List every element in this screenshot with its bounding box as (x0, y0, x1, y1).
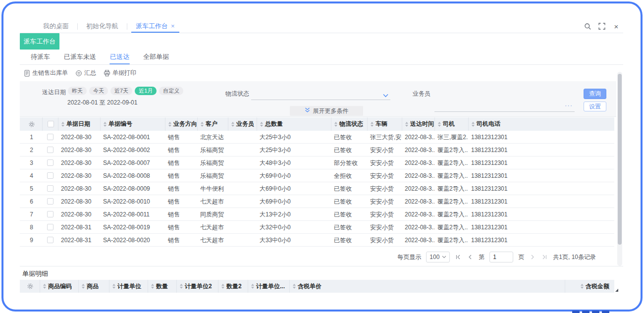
row-checkbox[interactable] (47, 224, 54, 230)
workbench-button[interactable]: 派车工作台 (20, 33, 59, 50)
last-page-button[interactable] (541, 254, 548, 261)
next-page-button[interactable] (529, 254, 536, 261)
header-cell[interactable]: 司机电话 (468, 117, 614, 131)
gear-icon[interactable] (20, 117, 42, 131)
header-cell[interactable]: 送达时间 (402, 117, 434, 131)
vertical-scrollbar[interactable] (617, 72, 622, 266)
per-page-select[interactable]: 100 (426, 252, 450, 262)
row-checkbox[interactable] (47, 237, 54, 243)
page-input[interactable] (489, 252, 513, 262)
window-tab-init-nav[interactable]: 初始化导航 (78, 20, 127, 33)
detail-header-cell[interactable]: 计量单位2 (176, 280, 218, 293)
detail-header-cell[interactable]: 数量 (148, 280, 176, 293)
sort-icon[interactable] (221, 284, 224, 289)
row-checkbox[interactable] (47, 134, 54, 140)
toolbar-print-button[interactable]: 单据打印 (104, 69, 136, 77)
scrollbar-thumb[interactable] (618, 74, 622, 245)
select-all-checkbox[interactable] (48, 121, 54, 127)
date-pill[interactable]: 自定义 (159, 87, 183, 95)
fullscreen-icon[interactable] (598, 22, 606, 30)
row-checkbox[interactable] (47, 147, 54, 153)
date-pill[interactable]: 近7天 (110, 87, 132, 95)
sort-icon[interactable] (82, 284, 85, 289)
sort-icon[interactable] (201, 122, 204, 127)
sort-icon[interactable] (61, 122, 64, 127)
table-row[interactable]: 2 2022-08-30 SA-2022-08-0002 销售 乐福商贸 大25… (20, 144, 614, 156)
first-page-button[interactable] (455, 254, 462, 261)
table-row[interactable]: 8 2022-08-31 SA-2022-08-0019 销售 七天超市 大32… (20, 221, 614, 234)
query-button[interactable]: 查询 (584, 89, 606, 99)
sort-icon[interactable] (371, 122, 374, 127)
detail-header-cell[interactable]: 商品 (78, 280, 109, 293)
sort-icon[interactable] (251, 284, 254, 289)
toolbar-create-outbound-button[interactable]: 生销售出库单 (24, 69, 68, 77)
salesman-input[interactable]: ··· (434, 100, 575, 112)
table-row[interactable]: 9 2022-08-31 SA-2022-08-0020 销售 七天超市 大33… (20, 234, 614, 247)
header-cell[interactable]: 业务方向 (165, 117, 197, 131)
row-checkbox[interactable] (47, 198, 54, 205)
logistics-status-select[interactable] (251, 88, 390, 100)
prev-page-button[interactable] (467, 254, 474, 261)
detail-header-cell[interactable]: 数量2 (218, 280, 248, 293)
table-row[interactable]: 3 2022-08-30 SA-2022-08-0007 销售 乐福商贸 大48… (20, 156, 614, 169)
sort-icon[interactable] (581, 284, 584, 289)
close-icon[interactable]: × (612, 22, 620, 30)
detail-header-cell[interactable]: 商品编码 (40, 280, 78, 293)
salesman-label: 业务员 (413, 90, 430, 98)
detail-header-cell[interactable]: 含税单价 (289, 280, 326, 293)
sort-icon[interactable] (231, 122, 234, 127)
table-row[interactable]: 4 2022-08-30 SA-2022-08-0008 销售 乐福商贸 大69… (20, 169, 614, 182)
settings-button[interactable]: 设置 (584, 102, 606, 111)
tab-close-icon[interactable]: × (171, 20, 175, 33)
header-cell[interactable]: 总数量 (257, 117, 331, 131)
header-cell[interactable]: 业务员 (228, 117, 257, 131)
sort-icon[interactable] (168, 122, 171, 127)
subtab[interactable]: 待派车 (24, 50, 57, 64)
search-icon[interactable] (584, 22, 591, 30)
date-pill[interactable]: 近1月 (135, 87, 157, 95)
row-checkbox[interactable] (47, 172, 54, 179)
sort-icon[interactable] (104, 122, 107, 127)
row-checkbox[interactable] (47, 211, 54, 217)
sort-icon[interactable] (180, 284, 183, 289)
subtab[interactable]: 已派车未送 (57, 50, 103, 64)
date-pill[interactable]: 今天 (89, 87, 108, 95)
table-row[interactable]: 1 2022-08-30 SA-2022-08-0001 销售 北京天达 大25… (20, 131, 614, 144)
header-cell[interactable]: 单据日期 (58, 117, 100, 131)
sort-icon[interactable] (438, 122, 441, 127)
header-cell[interactable]: 司机 (434, 117, 468, 131)
sort-icon[interactable] (405, 122, 408, 127)
header-cell[interactable]: 车辆 (367, 117, 402, 131)
header-cell[interactable]: 单据编号 (100, 117, 165, 131)
resize-corner[interactable] (615, 289, 618, 292)
cell-vehicle: 安安小货 (367, 196, 402, 208)
sort-icon[interactable] (43, 284, 46, 289)
row-checkbox[interactable] (47, 185, 54, 192)
toolbar-summary-button[interactable]: 汇总 (75, 69, 96, 77)
subtab[interactable]: 全部单据 (136, 50, 176, 64)
sort-icon[interactable] (334, 122, 337, 127)
detail-header-cell[interactable]: 计量单位... (248, 280, 289, 293)
table-row[interactable]: 6 2022-08-30 SA-2022-08-0010 销售 七天超市 大69… (20, 195, 614, 208)
expand-more-button[interactable]: 展开更多条件 (290, 106, 363, 116)
header-cell[interactable]: 物流状态 (331, 117, 367, 131)
sort-icon[interactable] (472, 122, 475, 127)
sort-icon[interactable] (293, 284, 296, 289)
table-row[interactable]: 5 2022-08-30 SA-2022-08-0009 销售 牛牛便利 大69… (20, 182, 614, 195)
cell-logistics-status: 已签收 (331, 221, 367, 233)
sort-icon[interactable] (112, 284, 115, 289)
chevron-down-icon[interactable] (383, 92, 388, 99)
header-cell[interactable]: 客户 (197, 117, 228, 131)
subtab[interactable]: 已送达 (103, 50, 136, 64)
sort-icon[interactable] (260, 122, 263, 127)
window-tab-dispatch[interactable]: 派车工作台 × (127, 20, 183, 33)
table-row[interactable]: 7 2022-08-30 SA-2022-08-0011 销售 同质商贸 大13… (20, 208, 614, 221)
sort-icon[interactable] (151, 284, 154, 289)
window-tab-desktop[interactable]: 我的桌面 (35, 20, 77, 33)
gear-icon[interactable] (20, 280, 40, 293)
detail-header-cell[interactable]: 计量单位 (109, 280, 148, 293)
detail-header-amount-cell[interactable]: 含税金额 (565, 280, 614, 293)
ellipsis-icon[interactable]: ··· (565, 102, 573, 109)
date-pill[interactable]: 昨天 (68, 87, 87, 95)
row-checkbox[interactable] (47, 159, 54, 166)
